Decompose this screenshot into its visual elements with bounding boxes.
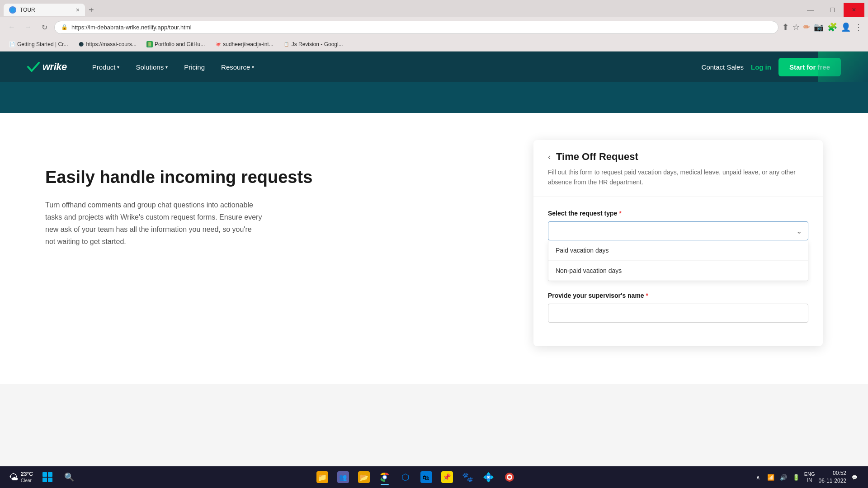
new-tab-button[interactable]: +	[85, 3, 98, 17]
website: wrike Product ▾ Solutions ▾ Pricing Reso…	[0, 52, 868, 384]
hero-description: Turn offhand comments and group chat que…	[45, 199, 262, 248]
product-chevron: ▾	[117, 65, 119, 70]
nav-resource[interactable]: Resource ▾	[214, 60, 261, 75]
close-button[interactable]: ×	[844, 3, 864, 17]
form-title: Time Off Request	[556, 151, 638, 163]
logo-checkmark	[27, 62, 40, 72]
tab-bar: 🌐 TOUR × + — □ ×	[0, 0, 868, 17]
main-content: Easily handle incoming requests Turn off…	[0, 113, 868, 384]
navigation: wrike Product ▾ Solutions ▾ Pricing Reso…	[0, 52, 868, 82]
lock-icon: 🔒	[61, 24, 68, 30]
hero-title: Easily handle incoming requests	[45, 167, 506, 188]
contact-sales-link[interactable]: Contact Sales	[702, 63, 744, 71]
form-title-row: ‹ Time Off Request	[548, 151, 808, 163]
bookmark-star-icon[interactable]: ☆	[793, 22, 800, 32]
required-asterisk-2: *	[646, 292, 648, 299]
dropdown-option-paid-vacation[interactable]: Paid vacation days	[548, 240, 808, 261]
minimize-button[interactable]: —	[800, 3, 821, 17]
bookmark-favicon-1: 📄	[9, 41, 15, 47]
screenshot-icon[interactable]: 📷	[814, 22, 824, 32]
bookmark-getting-started[interactable]: 📄 Getting Started | Cr...	[5, 40, 72, 48]
tab-close-button[interactable]: ×	[76, 6, 80, 14]
browser-actions: ⬆ ☆ ✏ 📷 🧩 👤 ⋮	[782, 22, 863, 32]
bookmark-favicon-5: 📋	[283, 41, 290, 47]
form-header: ‹ Time Off Request Fill out this form to…	[533, 140, 823, 197]
reload-button[interactable]: ↻	[38, 21, 51, 33]
url-text: https://im-debabrata-wrike.netlify.app/t…	[71, 24, 192, 31]
bookmark-favicon-4: 🐙	[215, 41, 221, 47]
pen-icon[interactable]: ✏	[803, 22, 810, 32]
dropdown-options: Paid vacation days Non-paid vacation day…	[548, 240, 808, 281]
nav-decor	[818, 52, 868, 82]
resource-chevron: ▾	[252, 65, 254, 70]
profile-icon[interactable]: 👤	[841, 22, 851, 32]
login-button[interactable]: Log in	[751, 63, 771, 71]
nav-product[interactable]: Product ▾	[85, 60, 127, 75]
request-type-label: Select the request type *	[548, 210, 808, 217]
solutions-chevron: ▾	[165, 65, 168, 70]
menu-icon[interactable]: ⋮	[854, 22, 863, 32]
nav-solutions[interactable]: Solutions ▾	[128, 60, 175, 75]
request-type-select[interactable]: Paid vacation days Non-paid vacation day…	[548, 221, 808, 240]
bookmark-sudheer[interactable]: 🐙 sudheerj/reactjs-int...	[211, 40, 277, 48]
left-panel: Easily handle incoming requests Turn off…	[45, 140, 533, 357]
form-body: Select the request type * Paid vacation …	[533, 197, 823, 346]
logo[interactable]: wrike	[27, 61, 67, 73]
request-type-group: Select the request type * Paid vacation …	[548, 210, 808, 281]
active-tab[interactable]: 🌐 TOUR ×	[4, 4, 85, 16]
hero-band	[0, 82, 868, 113]
select-wrapper: Paid vacation days Non-paid vacation day…	[548, 221, 808, 240]
bookmark-js-revision[interactable]: 📋 Js Revision - Googl...	[280, 40, 347, 48]
address-bar[interactable]: 🔒 https://im-debabrata-wrike.netlify.app…	[54, 21, 778, 34]
logo-text: wrike	[42, 61, 67, 73]
supervisor-name-group: Provide your supervisor's name *	[548, 292, 808, 323]
bookmark-favicon-2: 🌑	[78, 41, 85, 47]
tab-favicon: 🌐	[9, 6, 16, 14]
form-description: Fill out this form to request paid vacat…	[548, 167, 808, 188]
extensions-icon[interactable]: 🧩	[827, 22, 837, 32]
right-panel: ‹ Time Off Request Fill out this form to…	[533, 140, 823, 357]
required-asterisk: *	[619, 210, 621, 217]
share-icon[interactable]: ⬆	[782, 22, 789, 32]
maximize-button[interactable]: □	[822, 3, 843, 17]
supervisor-name-input[interactable]	[548, 304, 808, 323]
forward-button[interactable]: →	[22, 21, 34, 33]
supervisor-name-label: Provide your supervisor's name *	[548, 292, 808, 299]
bookmark-portfolio[interactable]: 📗 Portfolio and GitHu...	[143, 40, 208, 48]
dropdown-option-non-paid-vacation[interactable]: Non-paid vacation days	[548, 261, 808, 281]
browser-controls: ← → ↻ 🔒 https://im-debabrata-wrike.netli…	[0, 17, 868, 37]
back-button[interactable]: ←	[5, 21, 18, 33]
tab-title: TOUR	[20, 7, 35, 13]
back-arrow-button[interactable]: ‹	[548, 152, 551, 162]
bookmark-masai[interactable]: 🌑 https://masai-cours...	[75, 40, 140, 48]
form-card: ‹ Time Off Request Fill out this form to…	[533, 140, 823, 346]
bookmarks-bar: 📄 Getting Started | Cr... 🌑 https://masa…	[0, 37, 868, 52]
nav-links: Product ▾ Solutions ▾ Pricing Resource ▾	[85, 60, 702, 75]
bookmark-favicon-3: 📗	[146, 41, 153, 47]
nav-pricing[interactable]: Pricing	[177, 60, 212, 75]
